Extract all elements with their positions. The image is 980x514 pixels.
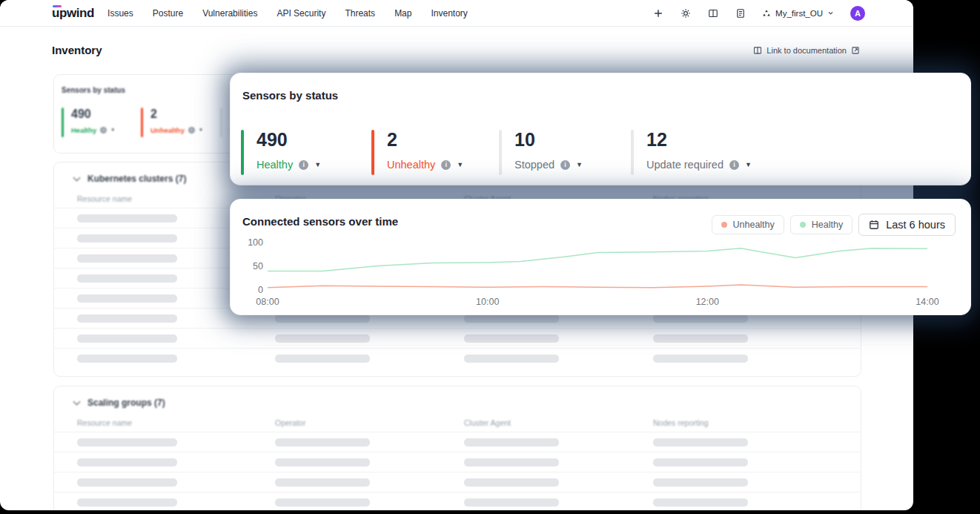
docs-panel-icon[interactable] xyxy=(707,7,718,19)
stat-label: Update requiredi▼ xyxy=(646,159,752,171)
time-range-button[interactable]: Last 6 hours xyxy=(858,214,956,236)
sensors-by-status-card: Sensors by status 490Healthyi▼2Unhealthy… xyxy=(230,73,971,185)
skeleton-bar xyxy=(77,274,177,283)
stat-color-bar xyxy=(241,130,244,175)
stat-value: 490 xyxy=(256,130,321,149)
skeleton-bar xyxy=(77,254,177,263)
chevron-down-icon[interactable] xyxy=(73,174,81,182)
nav-item-issues[interactable]: Issues xyxy=(107,8,133,19)
stat-healthy: 490Healthyi▼ xyxy=(62,108,141,137)
legend-unhealthy[interactable]: Unhealthy xyxy=(712,215,784,234)
top-nav: upwind IssuesPostureVulnerabilitiesAPI S… xyxy=(0,0,913,27)
table-row xyxy=(54,452,861,472)
info-icon[interactable]: i xyxy=(188,127,195,134)
stat-value: 2 xyxy=(387,130,463,149)
skeleton-bar xyxy=(653,335,748,343)
filter-caret-icon[interactable]: ▼ xyxy=(314,161,321,168)
filter-caret-icon[interactable]: ▼ xyxy=(457,161,463,168)
column-header: Nodes reporting xyxy=(653,418,861,427)
x-axis-ticks: 08:0010:0012:0014:00 xyxy=(268,297,927,308)
filter-caret-icon[interactable]: ▼ xyxy=(199,128,203,132)
stat-stopped: 10Stoppedi▼ xyxy=(499,130,631,175)
stat-unhealthy: 2Unhealthyi▼ xyxy=(141,108,220,137)
column-header: Resource name xyxy=(77,418,275,427)
table-row xyxy=(54,432,861,452)
skeleton-bar xyxy=(653,355,748,363)
stat-label: Healthyi▼ xyxy=(256,159,321,171)
audit-log-icon[interactable] xyxy=(735,7,746,19)
unhealthy-line xyxy=(268,285,927,288)
external-link-icon xyxy=(851,46,860,55)
section-title[interactable]: Scaling groups (7) xyxy=(87,398,165,408)
skeleton-bar xyxy=(77,438,177,447)
skeleton-bar xyxy=(77,214,177,223)
settings-gear-icon[interactable] xyxy=(680,7,691,19)
stat-color-bar xyxy=(371,130,374,175)
stat-color-bar xyxy=(62,108,64,137)
healthy-line xyxy=(268,248,927,271)
nav-item-api-security[interactable]: API Security xyxy=(277,8,325,19)
stat-color-bar xyxy=(141,108,143,137)
y-axis-tick: 0 xyxy=(241,284,263,296)
info-icon[interactable]: i xyxy=(441,160,451,170)
info-icon[interactable]: i xyxy=(100,127,107,134)
skeleton-bar xyxy=(464,498,559,507)
legend-label: Unhealthy xyxy=(733,220,775,230)
skeleton-bar xyxy=(464,458,559,467)
doc-link-label: Link to documentation xyxy=(767,46,847,55)
org-selector[interactable]: My_first_OU xyxy=(762,9,834,18)
time-range-label: Last 6 hours xyxy=(886,219,945,231)
stat-label: Stoppedi▼ xyxy=(514,159,583,171)
column-header: Cluster Agent xyxy=(464,418,653,427)
skeleton-bar xyxy=(275,355,370,363)
nav-item-vulnerabilities[interactable]: Vulnerabilities xyxy=(202,8,257,19)
skeleton-bar xyxy=(77,478,177,487)
filter-caret-icon[interactable]: ▼ xyxy=(745,161,752,168)
skeleton-bar xyxy=(464,478,559,487)
stat-value: 10 xyxy=(514,130,583,149)
skeleton-bar xyxy=(464,438,559,447)
skeleton-bar xyxy=(77,458,177,467)
y-axis-tick: 100 xyxy=(241,237,263,248)
skeleton-bar xyxy=(77,234,177,243)
skeleton-bar xyxy=(464,314,559,323)
scaling-groups-card: Scaling groups (7) Resource nameOperator… xyxy=(53,386,861,510)
table-row xyxy=(54,492,861,510)
section-title[interactable]: Kubernetes clusters (7) xyxy=(87,174,186,184)
skeleton-bar xyxy=(275,478,370,487)
chevron-down-icon[interactable] xyxy=(73,398,81,406)
filter-caret-icon[interactable]: ▼ xyxy=(576,161,583,168)
skeleton-bar xyxy=(653,458,748,467)
info-icon[interactable]: i xyxy=(729,160,739,170)
avatar[interactable]: A xyxy=(850,6,865,21)
skeleton-bar xyxy=(653,478,748,487)
skeleton-bar xyxy=(77,314,177,323)
info-icon[interactable]: i xyxy=(560,160,570,170)
nav-item-posture[interactable]: Posture xyxy=(153,8,183,19)
skeleton-bar xyxy=(77,498,177,507)
table-row xyxy=(54,472,861,492)
stat-color-bar xyxy=(220,108,222,137)
legend-dot xyxy=(721,222,727,228)
stat-color-bar xyxy=(631,130,634,175)
add-icon[interactable] xyxy=(652,7,663,19)
book-icon xyxy=(753,46,762,55)
nav-item-inventory[interactable]: Inventory xyxy=(431,8,467,19)
upwind-logo[interactable]: upwind xyxy=(52,6,94,21)
info-icon[interactable]: i xyxy=(299,160,308,170)
nav-item-map[interactable]: Map xyxy=(394,8,411,19)
filter-caret-icon[interactable]: ▼ xyxy=(110,128,115,132)
skeleton-bar xyxy=(77,335,177,343)
skeleton-bar xyxy=(464,335,559,343)
connected-sensors-card: Connected sensors over time UnhealthyHea… xyxy=(230,199,971,315)
legend-healthy[interactable]: Healthy xyxy=(790,215,852,234)
page-title: Inventory xyxy=(52,44,102,56)
column-header: Operator xyxy=(275,418,464,427)
table-row xyxy=(54,348,861,368)
legend-label: Healthy xyxy=(812,220,843,230)
skeleton-bar xyxy=(653,438,748,447)
documentation-link[interactable]: Link to documentation xyxy=(753,46,860,55)
nav-item-threats[interactable]: Threats xyxy=(345,8,375,19)
scaling-table: Resource nameOperatorCluster AgentNodes … xyxy=(54,414,861,510)
skeleton-bar xyxy=(275,458,370,467)
